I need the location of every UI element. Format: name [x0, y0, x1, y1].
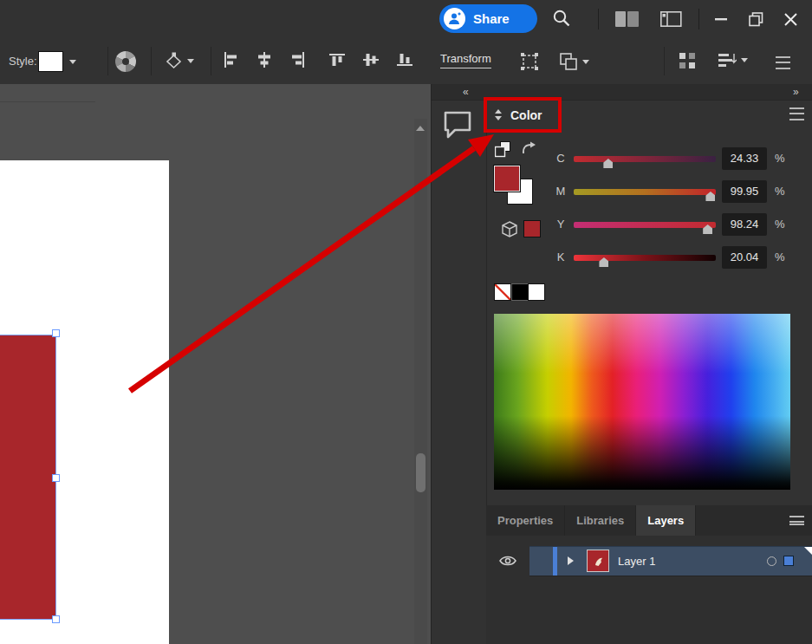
hamburger-icon: [776, 56, 790, 69]
selection-handle[interactable]: [52, 615, 60, 623]
yellow-slider-row: Y 98.24 %: [487, 213, 812, 236]
align-center-horizontal-icon[interactable]: [257, 52, 272, 68]
black-slider[interactable]: [574, 246, 716, 269]
layer-thumbnail[interactable]: [587, 550, 609, 572]
comments-icon[interactable]: [442, 110, 473, 140]
chevron-down-icon: [582, 60, 589, 64]
slider-label: C: [555, 147, 567, 170]
color-panel-menu-icon[interactable]: [789, 107, 804, 124]
black-slider-row: K 20.04 %: [487, 246, 812, 269]
magenta-slider-row: M 99.95 %: [487, 180, 812, 203]
search-icon[interactable]: [552, 9, 572, 29]
slider-label: K: [555, 246, 567, 269]
eye-icon: [499, 555, 516, 567]
snap-options-icon[interactable]: [679, 52, 696, 69]
style-dropdown[interactable]: [38, 51, 76, 72]
stacking-options-icon[interactable]: [718, 52, 748, 68]
isolate-mode-icon[interactable]: [559, 52, 589, 71]
layer-name: Layer 1: [618, 547, 655, 576]
share-button[interactable]: Share: [439, 4, 537, 33]
slider-label: M: [555, 180, 567, 203]
visibility-toggle[interactable]: [486, 546, 530, 575]
titlebar: Share: [0, 0, 812, 39]
transform-link[interactable]: Transform: [440, 52, 491, 68]
bounding-box-icon[interactable]: [520, 52, 539, 71]
canvas-area[interactable]: [0, 84, 431, 644]
layers-panel-menu-icon[interactable]: [789, 516, 804, 525]
yellow-value-field[interactable]: 98.24: [722, 213, 767, 236]
magenta-slider[interactable]: [574, 180, 716, 203]
selection-indicator-square[interactable]: [783, 556, 794, 566]
slider-track: [574, 222, 716, 228]
chevron-down-icon: [69, 60, 76, 64]
share-user-icon: [444, 8, 465, 29]
cyan-slider-row: C 24.33 %: [487, 147, 812, 170]
restore-button[interactable]: [738, 0, 773, 38]
scrollbar-track[interactable]: [414, 119, 427, 644]
panel-layout-icon[interactable]: [660, 11, 682, 27]
toolbar-divider: [664, 47, 665, 75]
selection-handle[interactable]: [52, 329, 60, 337]
color-wheel-icon[interactable]: [115, 51, 136, 72]
chevron-down-icon: [187, 59, 194, 63]
style-label: Style:: [9, 38, 37, 84]
pasteboard-edge: [0, 101, 95, 102]
minimize-button[interactable]: [704, 0, 738, 38]
toolbar-menu-icon[interactable]: [776, 56, 790, 69]
close-button[interactable]: [773, 0, 808, 38]
hamburger-icon: [789, 107, 804, 120]
chevron-down-icon: [741, 58, 748, 62]
layer-row[interactable]: Layer 1: [486, 546, 812, 575]
percent-label: %: [775, 147, 785, 170]
scroll-up-icon[interactable]: [416, 126, 425, 131]
align-left-icon[interactable]: [223, 52, 238, 68]
white-swatch[interactable]: [528, 283, 545, 301]
layer-row-selection[interactable]: Layer 1: [529, 546, 812, 576]
annotation-highlight-box: [484, 97, 562, 133]
selection-handle[interactable]: [52, 474, 60, 482]
slider-track: [574, 255, 716, 261]
workspace-layout-icon[interactable]: [615, 11, 639, 27]
fill-swatch[interactable]: [494, 166, 520, 192]
tab-layers[interactable]: Layers: [636, 505, 696, 536]
tab-properties[interactable]: Properties: [486, 505, 565, 536]
reshape-tool-icon[interactable]: [165, 52, 194, 70]
percent-label: %: [775, 180, 785, 203]
share-label: Share: [473, 11, 510, 26]
toolbar-divider: [211, 47, 211, 75]
style-swatch: [38, 51, 63, 72]
scrollbar-thumb[interactable]: [416, 453, 425, 492]
right-panel: « » Color: [431, 84, 812, 644]
align-center-vertical-icon[interactable]: [363, 52, 379, 68]
selected-rectangle[interactable]: [0, 335, 56, 620]
percent-label: %: [775, 213, 785, 236]
percent-label: %: [775, 246, 785, 269]
color-spectrum[interactable]: [494, 314, 790, 490]
yellow-slider[interactable]: [574, 213, 716, 236]
toolbar-divider: [151, 47, 152, 75]
magenta-value-field[interactable]: 99.95: [722, 180, 767, 203]
black-swatch[interactable]: [511, 283, 529, 301]
layer-color-bar: [553, 547, 557, 576]
target-circle-icon[interactable]: [767, 556, 776, 566]
cyan-slider[interactable]: [574, 147, 716, 170]
align-right-icon[interactable]: [290, 52, 306, 68]
control-bar: Style:: [0, 38, 812, 86]
slider-track: [574, 156, 716, 162]
illustrator-window: Share: [0, 0, 812, 644]
cyan-value-field[interactable]: 24.33: [722, 147, 767, 170]
toolbar-divider: [107, 47, 108, 75]
slider-track: [574, 189, 716, 195]
tab-libraries[interactable]: Libraries: [565, 505, 636, 536]
none-swatch[interactable]: [494, 283, 511, 301]
collapse-panels-icon[interactable]: «: [463, 84, 469, 100]
align-top-icon[interactable]: [329, 52, 345, 68]
panel-corner-marker: [804, 547, 812, 556]
titlebar-divider: [598, 9, 599, 29]
expand-chevron-icon[interactable]: [568, 556, 574, 565]
black-value-field[interactable]: 20.04: [722, 246, 767, 269]
panel-tabs: Properties Libraries Layers: [486, 505, 812, 537]
expand-panels-icon[interactable]: »: [793, 84, 799, 100]
align-bottom-icon[interactable]: [397, 52, 412, 68]
slider-label: Y: [555, 213, 567, 236]
